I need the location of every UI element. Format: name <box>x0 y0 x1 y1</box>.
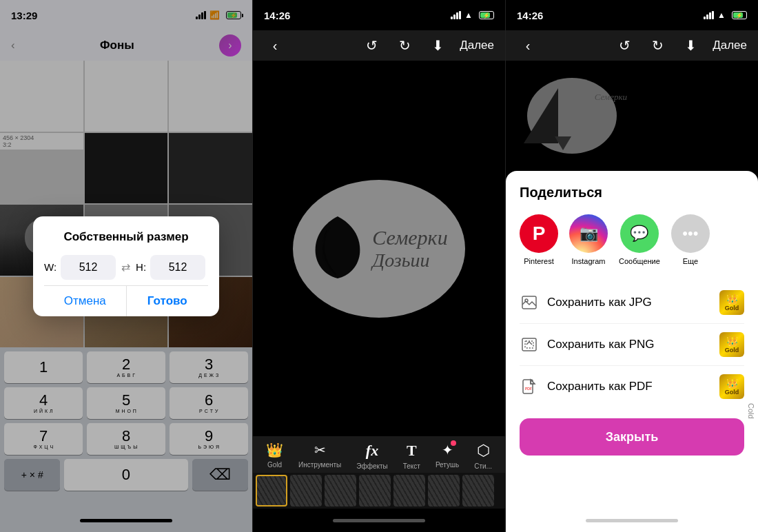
toolbar-effects-label: Эффекты <box>356 462 387 470</box>
instagram-icon: 📷 <box>580 225 598 243</box>
toolbar-items: 👑 Gold ✂ Инструменты fx Эффекты T Текст … <box>253 442 505 470</box>
save-jpg-label: Сохранить как JPG <box>547 296 719 309</box>
instagram-label: Instagram <box>572 257 606 265</box>
hex-preset-item[interactable] <box>359 475 391 507</box>
custom-size-dialog: Собственный размер W: ⇄ H: Отмена Готово <box>33 216 219 316</box>
download-icon: ⬇ <box>432 37 444 54</box>
text-icon: T <box>407 442 417 460</box>
save-jpg-option[interactable]: Сохранить как JPG 👑 Gold <box>520 282 744 324</box>
hex-preset-item[interactable] <box>393 475 425 507</box>
back-button-3[interactable]: ‹ <box>517 34 539 57</box>
status-bar-3: 14:26 ▲ ⚡ <box>506 0 758 30</box>
back-button-2[interactable]: ‹ <box>264 34 286 57</box>
gold-label-jpg: Gold <box>725 305 739 311</box>
done-button-3[interactable]: Далее <box>713 39 747 52</box>
dark-triangle-graphic <box>524 88 558 143</box>
nav-icons-group-3: ↺ ↻ ⬇ Далее <box>613 34 747 57</box>
toolbar-stickers-label: Сти... <box>474 462 492 470</box>
crown-icon-png: 👑 <box>726 336 738 347</box>
battery-icon-2: ⚡ <box>479 11 494 19</box>
share-messages[interactable]: 💬 Сообщение <box>619 214 660 265</box>
save-png-option[interactable]: Сохранить как PNG 👑 Gold <box>520 324 744 366</box>
save-pdf-label: Сохранить как PDF <box>547 380 719 393</box>
download-button-3[interactable]: ⬇ <box>679 34 701 57</box>
share-more[interactable]: ••• Еще <box>671 214 710 265</box>
hex-preset-item[interactable] <box>462 475 494 507</box>
toolbar-text[interactable]: T Текст <box>403 442 420 470</box>
panel-share: 14:26 ▲ ⚡ ‹ ↺ ↻ <box>505 0 758 532</box>
crown-icon-jpg: 👑 <box>726 294 738 305</box>
gold-label-pdf: Gold <box>725 389 739 396</box>
badge-dot <box>451 440 456 446</box>
width-input[interactable] <box>61 255 116 280</box>
toolbar-retouch-label: Ретушь <box>436 461 459 469</box>
toolbar-effects[interactable]: fx Эффекты <box>356 442 387 470</box>
wifi-icon-3: ▲ <box>717 10 726 20</box>
share-panel: Поделиться P Pinterest 📷 Instagram 💬 Соо… <box>506 171 758 532</box>
close-button[interactable]: Закрыть <box>520 418 744 456</box>
share-pinterest[interactable]: P Pinterest <box>520 214 558 265</box>
nav-icons-group: ↺ ↻ ⬇ Далее <box>360 34 494 57</box>
hex-preset-item[interactable] <box>290 475 322 507</box>
swap-icon[interactable]: ⇄ <box>121 260 130 274</box>
share-instagram[interactable]: 📷 Instagram <box>569 214 608 265</box>
height-input[interactable] <box>150 255 205 280</box>
crown-icon: 👑 <box>266 442 283 458</box>
height-label: H: <box>136 261 146 273</box>
nav-bar-3: ‹ ↺ ↻ ⬇ Далее <box>506 30 758 61</box>
more-icon-circle: ••• <box>671 214 710 253</box>
toolbar-tools[interactable]: ✂ Инструменты <box>298 442 341 470</box>
more-icon: ••• <box>682 225 698 243</box>
jpg-icon <box>520 293 539 312</box>
save-png-label: Сохранить как PNG <box>547 338 719 351</box>
canvas-preview-2: Семерки Дозьии <box>262 132 496 366</box>
stickers-icon: ⬡ <box>477 442 490 460</box>
pdf-gold-badge: 👑 Gold <box>719 374 744 399</box>
svg-rect-2 <box>522 338 536 351</box>
hex-preset-item[interactable] <box>325 475 356 507</box>
pinterest-icon: P <box>533 223 546 245</box>
messages-label: Сообщение <box>619 257 660 265</box>
signal-icon-3 <box>704 11 714 19</box>
undo-button[interactable]: ↺ <box>360 34 382 57</box>
dialog-buttons: Отмена Готово <box>44 285 208 316</box>
redo-button[interactable]: ↻ <box>393 34 416 57</box>
download-button[interactable]: ⬇ <box>427 34 449 57</box>
toolbar-tools-label: Инструменты <box>298 461 341 469</box>
toolbar-gold-label: Gold <box>267 461 282 469</box>
toolbar-gold[interactable]: 👑 Gold <box>266 442 283 470</box>
home-bar-2 <box>333 519 425 522</box>
redo-icon-3: ↻ <box>652 37 664 54</box>
height-field-group: H: <box>136 255 205 280</box>
hexagon-presets-bar[interactable] <box>253 473 505 509</box>
logo-text-group: Семерки Дозьии <box>372 226 447 272</box>
width-field-group: W: <box>44 255 116 280</box>
undo-button-3[interactable]: ↺ <box>613 34 635 57</box>
share-icons-row: P Pinterest 📷 Instagram 💬 Сообщение ••• <box>520 214 744 265</box>
signal-icon-2 <box>451 11 461 19</box>
redo-button-3[interactable]: ↻ <box>646 34 668 57</box>
cold-label: Cold <box>744 400 758 422</box>
editor-canvas: Семерки Дозьии <box>253 61 505 436</box>
share-title: Поделиться <box>520 185 744 201</box>
toolbar-retouch[interactable]: ✦ Ретушь <box>436 442 459 470</box>
editor-toolbar: 👑 Gold ✂ Инструменты fx Эффекты T Текст … <box>253 436 505 473</box>
pinterest-icon-circle: P <box>520 214 558 253</box>
home-indicator-2 <box>253 509 505 532</box>
hex-preset-item[interactable] <box>256 475 287 507</box>
undo-icon: ↺ <box>366 37 378 54</box>
save-pdf-option[interactable]: PDF Сохранить как PDF 👑 Gold <box>520 366 744 407</box>
scissors-icon: ✂ <box>314 442 326 458</box>
close-button-label: Закрыть <box>606 430 659 444</box>
fx-icon: fx <box>366 442 378 460</box>
nav-bar-2: ‹ ↺ ↻ ⬇ Далее <box>253 30 505 61</box>
hex-preset-item[interactable] <box>428 475 460 507</box>
logo-leaf-graphic <box>310 209 365 288</box>
done-button-2[interactable]: Далее <box>460 39 494 52</box>
more-label: Еще <box>683 257 698 265</box>
cancel-button[interactable]: Отмена <box>44 286 127 316</box>
toolbar-stickers[interactable]: ⬡ Сти... <box>474 442 492 470</box>
instagram-icon-circle: 📷 <box>569 214 608 253</box>
ok-button[interactable]: Готово <box>127 286 209 316</box>
pinterest-label: Pinterest <box>524 257 553 265</box>
